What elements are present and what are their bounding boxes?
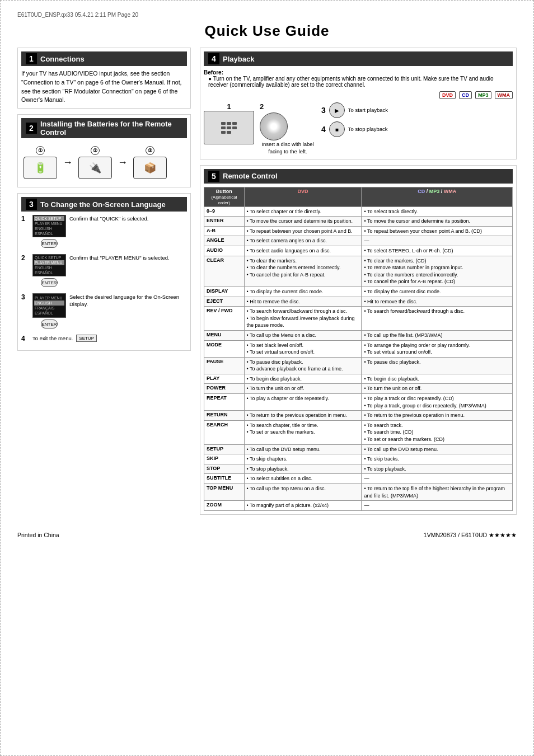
cd-cell: • To search track.• To search time. (CD)… (362, 420, 513, 444)
page: E61T0UD_ENSP.qx33 05.4.21 2:11 PM Page 2… (0, 0, 534, 756)
remote-table: Button(Alphabetical order) DVD CD / MP3 … (204, 187, 513, 511)
battery-step-2: ② 🔌 (78, 146, 112, 179)
disc-logos-row: DVD CD MP3 WMA (204, 91, 513, 99)
table-row: MODE• To set black level on/off.• To set… (204, 340, 513, 357)
batteries-title: Installing the Batteries for the Remote … (40, 120, 182, 137)
btn-cell: REPEAT (204, 394, 245, 411)
cd-cell: • To search forward/backward through a d… (362, 307, 513, 331)
connections-section: 1 Connections If your TV has AUDIO/VIDEO… (17, 48, 191, 109)
dvd-cell: • To call up the Top Menu on a disc. (244, 484, 362, 501)
btn-cell: A-B (204, 226, 245, 236)
player-btn-row-2 (221, 126, 237, 129)
dvd-cell: • To display the current disc mode. (244, 287, 362, 297)
table-row: STOP• To stop playback.• To stop playbac… (204, 464, 513, 474)
cd-cell: • To play a track or disc repeatedly. (C… (362, 394, 513, 411)
connections-text: If your TV has AUDIO/VIDEO input jacks, … (21, 69, 187, 105)
table-row: SETUP• To call up the DVD setup menu.• T… (204, 444, 513, 454)
lang-screen-1: QUICK SETUP PLAYER MENU ENGLISH ESPAÑOL (32, 215, 66, 237)
player-btn (232, 122, 237, 125)
btn-cell: SKIP (204, 454, 245, 464)
playback-title: Playback (223, 55, 254, 63)
cd-cell: — (362, 474, 513, 484)
dvd-cell: • To select camera angles on a disc. (244, 236, 362, 246)
player-btn (221, 122, 226, 125)
pb-step-2-num: 2 (260, 102, 264, 111)
footer-left: Printed in China (17, 532, 59, 538)
table-row: CLEAR• To clear the markers.• To clear t… (204, 256, 513, 287)
table-row: REV / FWD• To search forward/backward th… (204, 307, 513, 331)
pb-step-2-header: 2 (260, 102, 316, 111)
cd-cell: • To arrange the playing order or play r… (362, 340, 513, 357)
batteries-num: 2 (26, 123, 37, 134)
btn-cell: PLAY (204, 374, 245, 384)
cd-cell: — (362, 501, 513, 511)
table-row: PLAY• To begin disc playback.• To begin … (204, 374, 513, 384)
lang-screen-2: QUICK SETUP PLAYER MENU ENGLISH ESPAÑOL (32, 254, 66, 276)
dvd-cell: • Hit to remove the disc. (244, 297, 362, 307)
table-row: ZOOM• To magnify part of a picture. (x2/… (204, 501, 513, 511)
lang-step-2: 2 QUICK SETUP PLAYER MENU ENGLISH ESPAÑO… (21, 254, 187, 289)
table-row: EJECT• Hit to remove the disc.• Hit to r… (204, 297, 513, 307)
enter-btn-3[interactable]: ENTER (41, 320, 58, 328)
dvd-cell: • To skip chapters. (244, 454, 362, 464)
btn-cell: ZOOM (204, 501, 245, 511)
battery-icon-3: 📦 (133, 157, 167, 179)
playback-steps: 1 (204, 102, 513, 156)
right-column: 4 Playback Before: ● Turn on the TV, amp… (200, 48, 517, 520)
dvd-cell: • To set black level on/off.• To set vir… (244, 340, 362, 357)
table-row: MENU• To call up the Menu on a disc.• To… (204, 330, 513, 340)
btn-cell: SUBTITLE (204, 474, 245, 484)
enter-btn-2[interactable]: ENTER (41, 278, 58, 287)
lang-desc-3: Select the desired language for the On-S… (69, 293, 187, 308)
batteries-section: 2 Installing the Batteries for the Remot… (17, 114, 191, 187)
table-row: ENTER• To move the cursor and determine … (204, 217, 513, 227)
step-circle-2: ② (91, 146, 100, 155)
dvd-cell: • To turn the unit on or off. (244, 384, 362, 394)
dvd-player-mock (204, 111, 254, 144)
main-layout: 1 Connections If your TV has AUDIO/VIDEO… (17, 48, 517, 520)
dvd-logo: DVD (439, 91, 456, 99)
lang-step-num-4: 4 (21, 335, 29, 342)
btn-cell: CLEAR (204, 256, 245, 287)
cd-cell: • To repeat between your chosen point A … (362, 226, 513, 236)
top-label: E61T0UD_ENSP.qx33 05.4.21 2:11 PM Page 2… (17, 12, 517, 18)
language-num: 3 (26, 199, 37, 210)
table-row: SEARCH• To search chapter, title or time… (204, 420, 513, 444)
mp3-logo: MP3 (475, 91, 491, 99)
setup-btn[interactable]: SETUP (76, 335, 97, 342)
player-buttons (221, 122, 237, 134)
remote-title: Remote Control (223, 172, 278, 180)
connections-title: Connections (40, 55, 85, 63)
table-row: ANGLE• To select camera angles on a disc… (204, 236, 513, 246)
table-row: AUDIO• To select audio languages on a di… (204, 246, 513, 256)
wma-logo: WMA (495, 91, 513, 99)
pb-step-3: 3 ▶ To start playback (321, 102, 388, 118)
before-bullet: ● Turn on the TV, amplifier and any othe… (208, 76, 513, 88)
lang-step-1: 1 QUICK SETUP PLAYER MENU ENGLISH ESPAÑO… (21, 215, 187, 250)
cd-cell: • To clear the markers. (CD)• To remove … (362, 256, 513, 287)
pb-step-1: 1 (204, 102, 254, 144)
footer-right: 1VMN20873 / E61T0UD ★★★★★ (424, 532, 517, 538)
table-row: SKIP• To skip chapters.• To skip tracks. (204, 454, 513, 464)
cd-cell: • To turn the unit on or off. (362, 384, 513, 394)
cd-cell: • To pause disc playback. (362, 357, 513, 374)
player-btn-row-3 (221, 131, 237, 134)
cd-cell: • To begin disc playback. (362, 374, 513, 384)
language-section: 3 To Change the On-Screen Language 1 QUI… (17, 193, 191, 351)
dvd-cell: • To select audio languages on a disc. (244, 246, 362, 256)
remote-section: 5 Remote Control Button(Alphabetical ord… (200, 165, 517, 515)
table-row: DISPLAY• To display the current disc mod… (204, 287, 513, 297)
play-btn-mock: ▶ (329, 102, 345, 118)
lang-desc-1: Confirm that "QUICK" is selected. (69, 215, 148, 222)
menu-item-pm: PLAYER MENU (34, 295, 64, 300)
player-btn (227, 131, 231, 134)
btn-cell: EJECT (204, 297, 245, 307)
lang-screen-3: PLAYER MENU ENGLISH FRANÇAIS ESPAÑOL (32, 293, 66, 318)
menu-item-esp: ESPAÑOL (34, 270, 64, 275)
btn-cell: MODE (204, 340, 245, 357)
dvd-cell: • To select subtitles on a disc. (244, 474, 362, 484)
enter-btn-1[interactable]: ENTER (41, 239, 58, 248)
playback-header: 4 Playback (204, 51, 513, 66)
cd-cell: • To move the cursor and determine its p… (362, 217, 513, 227)
lang-desc-4: To exit the menu. (32, 335, 73, 342)
